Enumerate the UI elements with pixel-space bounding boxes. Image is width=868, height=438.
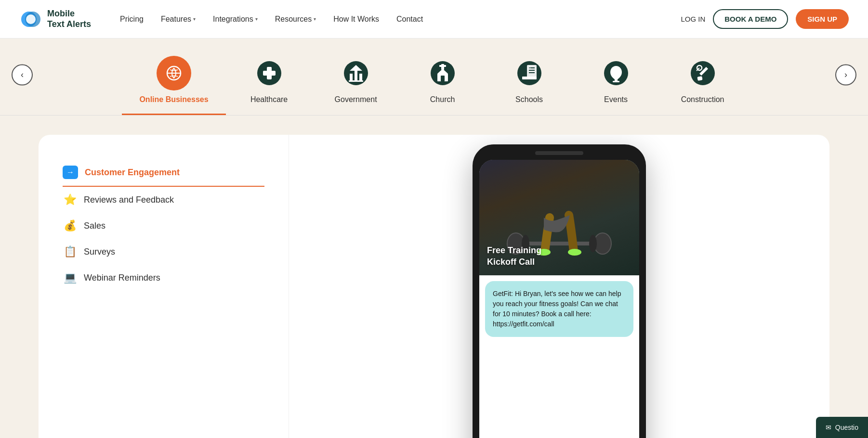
phone-message-text: GetFit: Hi Bryan, let's see how we can h… [493, 290, 621, 328]
main-nav: Pricing Features ▾ Integrations ▾ Resour… [120, 15, 681, 24]
svg-point-37 [589, 235, 597, 252]
menu-item-webinar-reminders[interactable]: 💻 Webinar Reminders [63, 265, 264, 291]
nav-pricing[interactable]: Pricing [120, 15, 144, 24]
schools-icon [512, 56, 547, 90]
industry-nav: ‹ Online Businesses [0, 39, 868, 116]
svg-rect-25 [522, 77, 537, 79]
svg-rect-9 [350, 74, 353, 80]
customer-engagement-label: Customer Engagement [85, 167, 180, 178]
svg-point-2 [26, 14, 36, 24]
nav-features[interactable]: Features ▾ [161, 15, 196, 24]
industry-items-list: Online Businesses Healthcare [122, 48, 746, 115]
construction-icon [685, 56, 720, 90]
healthcare-icon [252, 56, 287, 90]
main-content: → Customer Engagement ⭐ Reviews and Feed… [0, 116, 868, 438]
sales-label: Sales [84, 221, 105, 231]
construction-label: Construction [681, 95, 724, 104]
online-businesses-icon [157, 56, 191, 90]
schools-label: Schools [515, 95, 543, 104]
industry-item-events[interactable]: Events [573, 48, 659, 114]
healthcare-label: Healthcare [250, 95, 288, 104]
menu-item-surveys[interactable]: 📋 Surveys [63, 239, 264, 265]
logo-icon [19, 8, 42, 31]
industry-item-healthcare[interactable]: Healthcare [226, 48, 313, 114]
features-chevron: ▾ [193, 16, 196, 22]
svg-rect-10 [355, 71, 357, 80]
svg-rect-7 [263, 71, 276, 76]
industry-item-government[interactable]: Government [313, 48, 399, 114]
government-label: Government [335, 95, 377, 104]
svg-rect-21 [527, 65, 537, 77]
nav-resources[interactable]: Resources ▾ [275, 15, 316, 24]
nav-contact[interactable]: Contact [396, 15, 423, 24]
webinar-reminders-label: Webinar Reminders [84, 273, 160, 283]
phone-image-text: Free Training Kickoff Call [487, 245, 541, 268]
chevron-left-icon: ‹ [21, 70, 24, 80]
menu-item-reviews-feedback[interactable]: ⭐ Reviews and Feedback [63, 187, 264, 213]
church-label: Church [430, 95, 455, 104]
svg-rect-11 [359, 74, 362, 80]
phone-image-title-line2: Kickoff Call [487, 257, 535, 267]
industry-item-construction[interactable]: Construction [659, 48, 746, 114]
surveys-label: Surveys [84, 247, 115, 257]
header-actions: LOG IN BOOK A DEMO SIGN UP [681, 9, 849, 29]
book-demo-button[interactable]: BOOK A DEMO [713, 9, 788, 29]
phone-mockup: Free Training Kickoff Call GetFit: Hi Br… [473, 144, 646, 438]
reviews-feedback-label: Reviews and Feedback [84, 195, 174, 205]
login-button[interactable]: LOG IN [681, 15, 705, 23]
church-icon [425, 56, 460, 90]
logo-text: Mobile Text Alerts [47, 9, 91, 29]
industry-item-church[interactable]: Church [399, 48, 486, 114]
industry-prev-button[interactable]: ‹ [12, 64, 33, 85]
phone-image: Free Training Kickoff Call [479, 160, 639, 275]
svg-rect-19 [441, 76, 445, 81]
phone-message: GetFit: Hi Bryan, let's see how we can h… [485, 281, 633, 337]
envelope-icon: ✉ [826, 424, 831, 431]
events-icon [599, 56, 633, 90]
resources-chevron: ▾ [314, 16, 316, 22]
svg-rect-29 [613, 81, 619, 82]
content-card: → Customer Engagement ⭐ Reviews and Feed… [39, 135, 829, 438]
money-icon: 💰 [63, 219, 77, 232]
laptop-icon: 💻 [63, 271, 77, 284]
question-button[interactable]: ✉ Questio [816, 417, 868, 438]
logo[interactable]: Mobile Text Alerts [19, 8, 91, 31]
events-label: Events [604, 95, 628, 104]
phone-screen: Free Training Kickoff Call GetFit: Hi Br… [479, 160, 639, 438]
svg-point-39 [568, 249, 581, 256]
svg-rect-13 [349, 80, 363, 82]
question-label: Questio [835, 424, 858, 431]
integrations-chevron: ▾ [255, 16, 258, 22]
online-businesses-label: Online Businesses [139, 95, 208, 104]
chevron-right-icon: › [844, 70, 847, 80]
right-panel: Free Training Kickoff Call GetFit: Hi Br… [289, 135, 829, 438]
signup-button[interactable]: SIGN UP [796, 9, 849, 29]
menu-item-customer-engagement[interactable]: → Customer Engagement [63, 159, 264, 187]
arrow-icon: → [63, 166, 78, 179]
nav-how-it-works[interactable]: How It Works [333, 15, 379, 24]
header: Mobile Text Alerts Pricing Features ▾ In… [0, 0, 868, 39]
industry-next-button[interactable]: › [835, 64, 856, 85]
government-icon [339, 56, 373, 90]
industry-item-online-businesses[interactable]: Online Businesses [122, 48, 225, 115]
phone-notch [535, 151, 583, 155]
menu-item-sales[interactable]: 💰 Sales [63, 213, 264, 239]
industry-item-schools[interactable]: Schools [486, 48, 573, 114]
clipboard-icon: 📋 [63, 245, 77, 258]
star-icon: ⭐ [63, 193, 77, 206]
nav-integrations[interactable]: Integrations ▾ [213, 15, 258, 24]
left-panel: → Customer Engagement ⭐ Reviews and Feed… [39, 135, 289, 438]
phone-image-title-line1: Free Training [487, 245, 541, 255]
svg-rect-16 [439, 65, 446, 67]
